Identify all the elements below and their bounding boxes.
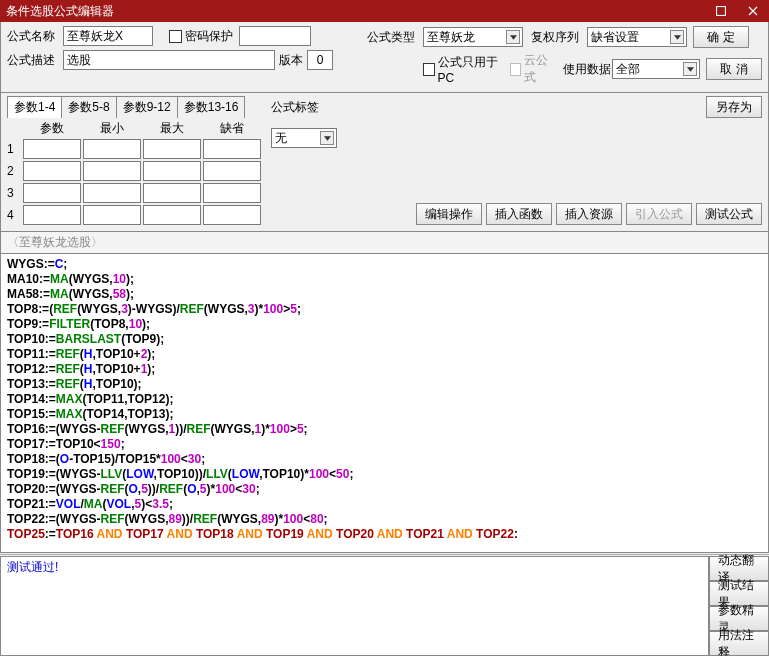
desc-label: 公式描述 xyxy=(7,52,63,69)
param-cell[interactable] xyxy=(143,161,201,181)
param-tab[interactable]: 参数9-12 xyxy=(116,96,178,118)
param-cell[interactable] xyxy=(203,161,261,181)
param-tab[interactable]: 参数13-16 xyxy=(177,96,246,118)
svg-rect-0 xyxy=(717,7,726,16)
type-label: 公式类型 xyxy=(367,29,423,46)
pc-only-checkbox[interactable]: 公式只用于PC xyxy=(423,54,504,85)
version-input[interactable] xyxy=(307,50,333,70)
version-label: 版本 xyxy=(279,52,303,69)
param-cell[interactable] xyxy=(23,183,81,203)
message-area: 测试通过! xyxy=(0,556,709,656)
param-tab[interactable]: 参数1-4 xyxy=(7,96,62,118)
param-header: 参数 xyxy=(23,120,81,137)
param-cell[interactable] xyxy=(143,139,201,159)
maximize-button[interactable] xyxy=(705,0,737,22)
name-label: 公式名称 xyxy=(7,28,63,45)
insert-func-button[interactable]: 插入函数 xyxy=(486,203,552,225)
ok-button[interactable]: 确 定 xyxy=(693,26,749,48)
param-header: 最小 xyxy=(83,120,141,137)
insert-res-button[interactable]: 插入资源 xyxy=(556,203,622,225)
title-bar: 条件选股公式编辑器 xyxy=(0,0,769,22)
editor-title: 〈至尊妖龙选股〉 xyxy=(0,232,769,254)
param-cell[interactable] xyxy=(83,139,141,159)
top-form: 公式名称 密码保护 公式描述 版本 公式类型 至尊妖龙 复权序列 缺省设置 确 … xyxy=(0,22,769,93)
desc-input[interactable] xyxy=(63,50,275,70)
code-editor[interactable]: WYGS:=C;MA10:=MA(WYGS,10);MA58:=MA(WYGS,… xyxy=(0,254,769,553)
close-button[interactable] xyxy=(737,0,769,22)
param-cell[interactable] xyxy=(83,205,141,225)
param-cell[interactable] xyxy=(203,205,261,225)
param-tab[interactable]: 参数5-8 xyxy=(61,96,116,118)
param-cell[interactable] xyxy=(143,183,201,203)
cloud-checkbox: 云公式 xyxy=(510,52,555,86)
name-input[interactable] xyxy=(63,26,153,46)
param-cell[interactable] xyxy=(23,139,81,159)
tag-label: 公式标签 xyxy=(271,99,327,116)
password-input[interactable] xyxy=(239,26,311,46)
type-select[interactable]: 至尊妖龙 xyxy=(423,27,523,47)
side-button[interactable]: 用法注释 xyxy=(709,631,769,656)
param-cell[interactable] xyxy=(143,205,201,225)
saveas-button[interactable]: 另存为 xyxy=(706,96,762,118)
tag-select[interactable]: 无 xyxy=(271,128,337,148)
password-checkbox[interactable]: 密码保护 xyxy=(169,28,233,45)
param-cell[interactable] xyxy=(203,183,261,203)
param-header: 最大 xyxy=(143,120,201,137)
usedata-select[interactable]: 全部 xyxy=(612,59,700,79)
param-cell[interactable] xyxy=(23,161,81,181)
fq-label: 复权序列 xyxy=(531,29,587,46)
cancel-button[interactable]: 取 消 xyxy=(706,58,762,80)
param-cell[interactable] xyxy=(203,139,261,159)
side-buttons: 动态翻译测试结果参数精灵用法注释 xyxy=(709,556,769,656)
param-cell[interactable] xyxy=(83,183,141,203)
import-formula-button[interactable]: 引入公式 xyxy=(626,203,692,225)
test-formula-button[interactable]: 测试公式 xyxy=(696,203,762,225)
param-cell[interactable] xyxy=(83,161,141,181)
param-tabs: 参数1-4参数5-8参数9-12参数13-16 xyxy=(7,96,261,118)
edit-op-button[interactable]: 编辑操作 xyxy=(416,203,482,225)
param-grid: 参数最小最大缺省1234 xyxy=(7,120,261,225)
window-title: 条件选股公式编辑器 xyxy=(6,3,114,20)
param-cell[interactable] xyxy=(23,205,81,225)
param-header: 缺省 xyxy=(203,120,261,137)
usedata-label: 使用数据 xyxy=(563,61,612,78)
fq-select[interactable]: 缺省设置 xyxy=(587,27,687,47)
param-area: 参数1-4参数5-8参数9-12参数13-16 参数最小最大缺省1234 公式标… xyxy=(0,93,769,232)
